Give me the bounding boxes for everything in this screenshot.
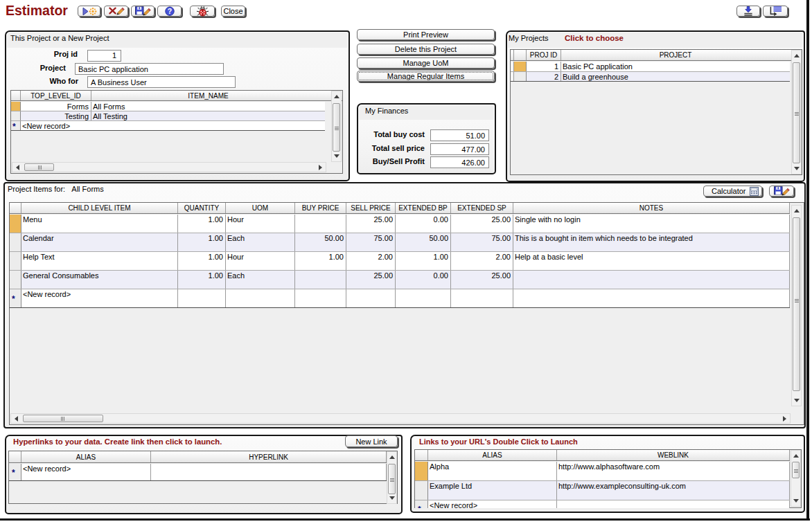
svg-text:?: ? [167, 7, 171, 15]
